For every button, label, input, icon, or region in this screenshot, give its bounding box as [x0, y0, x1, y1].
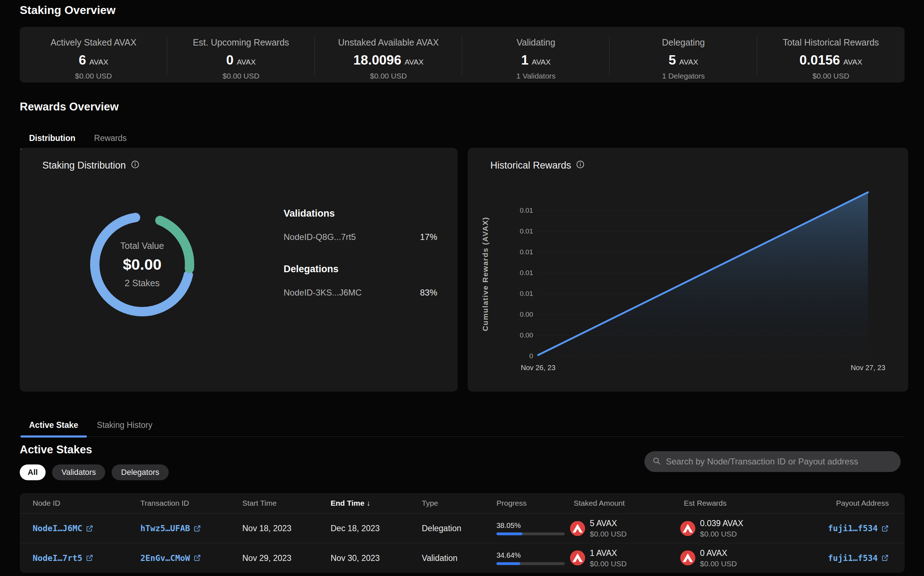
payout-address-text: fuji1…f534: [828, 524, 878, 533]
stat-unstaked-available: Unstaked Available AVAX 18.0096AVAX $0.0…: [315, 27, 462, 83]
end-time: Nov 30, 2023: [330, 553, 380, 563]
stat-value: 6: [79, 53, 86, 67]
distribution-list: Validations NodeID-Q8G...7rt5 17% Delega…: [284, 208, 437, 298]
filter-validators[interactable]: Validators: [52, 464, 105, 480]
col-est-rewards[interactable]: Est Rewards: [684, 499, 727, 507]
avax-logo-icon: [570, 550, 585, 566]
active-stakes-title: Active Stakes: [20, 443, 92, 456]
tab-staking-history[interactable]: Staking History: [88, 414, 162, 437]
transaction-id-text: 2EnGv…CMoW: [140, 554, 190, 563]
y-tick: 0: [529, 352, 533, 360]
tab-distribution[interactable]: Distribution: [20, 128, 85, 150]
staked-amount: 1 AVAX: [590, 548, 627, 558]
stat-label: Delegating: [610, 37, 757, 48]
validations-heading: Validations: [284, 208, 437, 219]
staking-distribution-panel: Staking Distribution Total Value $0.00 2…: [20, 148, 458, 392]
stakes-tabs: Active Stake Staking History: [20, 414, 905, 437]
table-row: NodeI…7rt5 2EnGv…CMoW Nov 29, 2023 Nov 3…: [20, 543, 905, 573]
transaction-id-link[interactable]: 2EnGv…CMoW: [140, 554, 201, 563]
y-tick: 0.01: [520, 248, 533, 256]
node-id-link[interactable]: NodeI…7rt5: [33, 554, 93, 563]
stat-validating: Validating 1AVAX 1 Validators: [462, 27, 610, 83]
staked-amount-cell: 5 AVAX $0.00 USD: [570, 518, 627, 538]
search-bar: [644, 451, 901, 472]
col-start-time[interactable]: Start Time: [242, 499, 277, 507]
node-id-link[interactable]: NodeI…J6MC: [33, 524, 93, 533]
stat-upcoming-rewards: Est. Upcoming Rewards 0AVAX $0.00 USD: [167, 27, 315, 83]
y-tick: 0.00: [520, 310, 533, 318]
stat-unit: AVAX: [89, 58, 108, 66]
est-rewards-cell: 0.039 AVAX $0.00 USD: [680, 518, 743, 538]
rewards-overview-title: Rewards Overview: [20, 101, 119, 114]
col-progress[interactable]: Progress: [496, 499, 527, 507]
start-time: Nov 18, 2023: [242, 524, 292, 533]
stat-value: 0: [226, 53, 234, 67]
validation-percent: 17%: [420, 232, 437, 242]
filter-all[interactable]: All: [20, 464, 46, 480]
stake-type: Validation: [422, 553, 457, 563]
delegation-node-id: NodeID-3KS...J6MC: [284, 288, 361, 298]
rewards-overview-tabs: Distribution Rewards: [20, 128, 445, 150]
info-icon[interactable]: [576, 160, 584, 171]
external-link-icon: [86, 554, 93, 562]
stat-label: Est. Upcoming Rewards: [167, 37, 315, 48]
delegations-heading: Delegations: [284, 264, 437, 275]
transaction-id-link[interactable]: hTwz5…UFAB: [140, 524, 201, 533]
staked-usd: $0.00 USD: [590, 530, 627, 538]
payout-address-link[interactable]: fuji1…f534: [828, 554, 889, 563]
y-tick: 0.01: [520, 269, 533, 277]
stake-type: Delegation: [422, 524, 461, 533]
start-time: Nov 29, 2023: [242, 553, 292, 563]
col-type[interactable]: Type: [422, 499, 438, 507]
page-title: Staking Overview: [20, 3, 116, 17]
stat-label: Actively Staked AVAX: [20, 37, 167, 48]
delegation-item[interactable]: NodeID-3KS...J6MC 83%: [284, 288, 437, 298]
y-axis-label: Cumulative Rewards (AVAX): [481, 217, 489, 331]
transaction-id-text: hTwz5…UFAB: [140, 524, 190, 533]
staking-distribution-title: Staking Distribution: [42, 160, 126, 171]
staking-distribution-donut: Total Value $0.00 2 Stakes: [83, 205, 201, 323]
est-rewards-cell: 0 AVAX $0.00 USD: [680, 548, 737, 568]
stat-unit: AVAX: [404, 58, 424, 66]
tab-rewards[interactable]: Rewards: [85, 128, 136, 150]
staked-amount: 5 AVAX: [590, 518, 627, 528]
col-staked-amount[interactable]: Staked Amount: [574, 499, 625, 507]
stat-sub: $0.00 USD: [167, 72, 315, 80]
donut-total-value: $0.00: [123, 256, 162, 273]
sort-descending-icon: ↓: [367, 499, 371, 507]
col-end-time[interactable]: End Time ↓: [330, 499, 370, 507]
payout-address-link[interactable]: fuji1…f534: [828, 524, 889, 533]
stat-label: Validating: [462, 37, 610, 48]
info-icon[interactable]: [131, 160, 139, 171]
progress-cell: 38.05%: [496, 522, 565, 536]
external-link-icon: [881, 525, 889, 532]
progress-percent: 34.64%: [496, 551, 565, 559]
stat-sub: 1 Delegators: [610, 72, 757, 80]
stat-historical-rewards: Total Historical Rewards 0.0156AVAX $0.0…: [757, 27, 905, 83]
payout-address-text: fuji1…f534: [828, 554, 878, 563]
col-node-id[interactable]: Node ID: [33, 499, 60, 507]
stat-unit: AVAX: [532, 58, 551, 66]
est-rewards-usd: $0.00 USD: [700, 559, 737, 568]
validation-item[interactable]: NodeID-Q8G...7rt5 17%: [284, 232, 437, 242]
progress-cell: 34.64%: [496, 551, 565, 565]
search-input[interactable]: [666, 456, 893, 467]
col-payout-address[interactable]: Payout Address: [836, 499, 889, 507]
historical-rewards-panel: Historical Rewards: [468, 148, 908, 392]
stat-label: Total Historical Rewards: [757, 37, 905, 48]
delegation-percent: 83%: [420, 288, 437, 298]
table-header: Node ID Transaction ID Start Time End Ti…: [20, 493, 905, 514]
est-rewards: 0.039 AVAX: [700, 518, 743, 528]
y-tick: 0.00: [520, 331, 533, 339]
donut-stakes-count: 2 Stakes: [125, 278, 159, 288]
staking-dashboard: Staking Overview Actively Staked AVAX 6A…: [0, 0, 924, 576]
tab-active-stake[interactable]: Active Stake: [20, 414, 88, 437]
filter-delegators[interactable]: Delegators: [112, 464, 168, 480]
col-transaction-id[interactable]: Transaction ID: [140, 499, 189, 507]
historical-rewards-title: Historical Rewards: [490, 160, 571, 171]
search-icon: [652, 456, 661, 467]
stat-delegating: Delegating 5AVAX 1 Delegators: [610, 27, 757, 83]
staked-amount-cell: 1 AVAX $0.00 USD: [570, 548, 627, 568]
stat-sub: $0.00 USD: [20, 72, 167, 80]
stat-label: Unstaked Available AVAX: [315, 37, 462, 48]
